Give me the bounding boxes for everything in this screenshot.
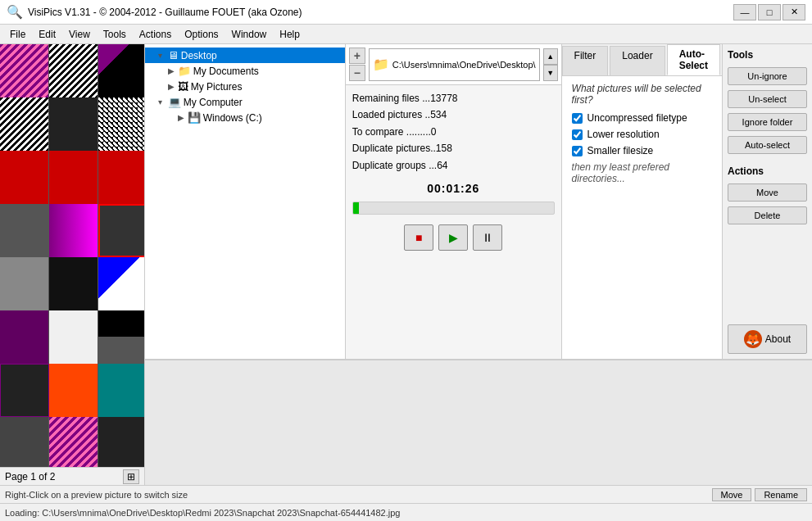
- thumbnail[interactable]: [49, 310, 98, 364]
- unignore-button[interactable]: Un-ignore: [728, 67, 807, 85]
- checkbox-label-lower-resolution: Lower resolution: [587, 129, 660, 140]
- folder-icon: 🖼: [178, 80, 188, 93]
- tab-filter[interactable]: Filter: [562, 46, 609, 75]
- tree-item-desktop[interactable]: ▾ 🖥 Desktop: [145, 48, 345, 63]
- minimize-button[interactable]: —: [733, 4, 756, 20]
- delete-button[interactable]: Delete: [728, 206, 807, 224]
- checkbox-lower-resolution[interactable]: [572, 129, 583, 140]
- thumbnail[interactable]: [49, 97, 98, 151]
- progress-bar: [352, 202, 555, 215]
- thumbnail[interactable]: [0, 257, 49, 310]
- auto-select-button[interactable]: Auto-select: [728, 136, 807, 154]
- thumbnails-area: [0, 44, 144, 467]
- checkbox-uncompressed[interactable]: [572, 113, 583, 124]
- autoselect-question: What pictures will be selected first?: [572, 83, 712, 106]
- thumbnail[interactable]: [98, 151, 144, 204]
- menu-view[interactable]: View: [62, 27, 97, 42]
- page-indicator-bar: Page 1 of 2 ⊞: [0, 467, 144, 485]
- about-button[interactable]: 🦊 About: [728, 324, 807, 354]
- table-row[interactable]: [0, 417, 144, 467]
- scroll-up-button[interactable]: ▲: [543, 48, 558, 65]
- thumbnail[interactable]: [98, 310, 144, 364]
- thumbnail[interactable]: [0, 310, 49, 364]
- status-rename-button[interactable]: Rename: [755, 488, 807, 501]
- window-controls: — □ ✕: [733, 4, 805, 20]
- stat-compare: To compare .........0: [352, 124, 555, 140]
- thumbnail[interactable]: [0, 204, 49, 257]
- tree-arrow-icon: ▶: [168, 82, 176, 91]
- thumbnail[interactable]: [98, 417, 144, 467]
- pause-button[interactable]: ⏸: [473, 224, 502, 251]
- table-row[interactable]: [0, 151, 144, 204]
- tree-arrow-icon: ▾: [158, 97, 166, 106]
- menu-actions[interactable]: Actions: [133, 27, 178, 42]
- tab-autoselect[interactable]: Auto-Select: [667, 44, 720, 75]
- menu-edit[interactable]: Edit: [32, 27, 62, 42]
- menu-bar: File Edit View Tools Actions Options Win…: [0, 25, 812, 44]
- thumbnail[interactable]: [0, 151, 49, 204]
- status-right: Move Rename: [712, 488, 807, 501]
- path-text: C:\Users\mnima\OneDrive\Desktop\: [392, 60, 536, 70]
- thumbnail[interactable]: [49, 417, 98, 467]
- tabs-panel: Filter Loader Auto-Select What pictures …: [562, 44, 722, 359]
- tree-arrow-icon: ▾: [158, 51, 166, 60]
- thumbnail[interactable]: [98, 257, 144, 310]
- path-folder-icon: 📁: [373, 57, 389, 72]
- thumbnail[interactable]: [49, 44, 98, 97]
- main-area: Page 1 of 2 ⊞ ▾ 🖥 Desktop ▶ 📁 My Documen…: [0, 44, 812, 485]
- tools-section-label: Tools: [728, 49, 807, 61]
- table-row[interactable]: [0, 97, 144, 151]
- table-row[interactable]: [0, 257, 144, 310]
- thumbnail[interactable]: [0, 417, 49, 467]
- tree-arrow-icon: ▶: [178, 113, 186, 122]
- path-add-button[interactable]: +: [349, 48, 365, 64]
- menu-tools[interactable]: Tools: [97, 27, 133, 42]
- thumbnail[interactable]: [0, 364, 49, 417]
- table-row[interactable]: [0, 204, 144, 257]
- tree-item-documents[interactable]: ▶ 📁 My Documents: [145, 63, 345, 79]
- thumbnail[interactable]: [49, 204, 98, 257]
- unselect-button[interactable]: Un-select: [728, 90, 807, 108]
- thumbnail[interactable]: [49, 364, 98, 417]
- tree-item-computer[interactable]: ▾ 💻 My Computer: [145, 94, 345, 110]
- table-row[interactable]: [0, 44, 144, 97]
- menu-file[interactable]: File: [3, 27, 32, 42]
- checkbox-smaller-filesize[interactable]: [572, 146, 583, 156]
- tree-item-windows-c[interactable]: ▶ 💾 Windows (C:): [145, 110, 345, 125]
- table-row[interactable]: [0, 310, 144, 364]
- drive-icon: 💾: [188, 111, 201, 124]
- menu-window[interactable]: Window: [225, 27, 274, 42]
- page-view-toggle[interactable]: ⊞: [123, 469, 139, 484]
- path-remove-button[interactable]: −: [349, 65, 365, 81]
- thumbnail[interactable]: [98, 97, 144, 151]
- table-row[interactable]: [0, 364, 144, 417]
- right-area: ▾ 🖥 Desktop ▶ 📁 My Documents ▶ 🖼 My Pict…: [145, 44, 812, 485]
- app-icon: 🔍 VisiPics V1.31 - © 2004-2012 - Guillau…: [7, 4, 302, 20]
- thumbnail[interactable]: [49, 257, 98, 310]
- status-move-button[interactable]: Move: [712, 488, 752, 501]
- thumbnail[interactable]: [49, 151, 98, 204]
- maximize-button[interactable]: □: [758, 4, 781, 20]
- timer-display: 00:01:26: [346, 182, 561, 195]
- thumbnail[interactable]: [98, 364, 144, 417]
- thumbnail[interactable]: [98, 44, 144, 97]
- tree-item-pictures[interactable]: ▶ 🖼 My Pictures: [145, 79, 345, 94]
- thumbnail[interactable]: [0, 97, 49, 151]
- tab-content-autoselect: What pictures will be selected first? Un…: [562, 76, 722, 359]
- tools-panel: Tools Un-ignore Un-select Ignore folder …: [722, 44, 812, 359]
- move-button[interactable]: Move: [728, 183, 807, 202]
- tab-loader[interactable]: Loader: [610, 46, 665, 75]
- menu-help[interactable]: Help: [273, 27, 306, 42]
- thumbnail[interactable]: [98, 204, 144, 257]
- menu-options[interactable]: Options: [178, 27, 225, 42]
- thumbnails-panel: Page 1 of 2 ⊞: [0, 44, 145, 485]
- path-input[interactable]: 📁 C:\Users\mnima\OneDrive\Desktop\: [369, 48, 540, 81]
- status-bar: Right-Click on a preview picture to swit…: [0, 485, 812, 503]
- page-label: Page 1 of 2: [5, 471, 55, 482]
- play-button[interactable]: ▶: [438, 224, 468, 251]
- scroll-down-button[interactable]: ▼: [543, 65, 558, 81]
- close-button[interactable]: ✕: [783, 4, 805, 20]
- thumbnail[interactable]: [0, 44, 49, 97]
- stop-button[interactable]: ■: [404, 224, 433, 251]
- ignore-folder-button[interactable]: Ignore folder: [728, 113, 807, 131]
